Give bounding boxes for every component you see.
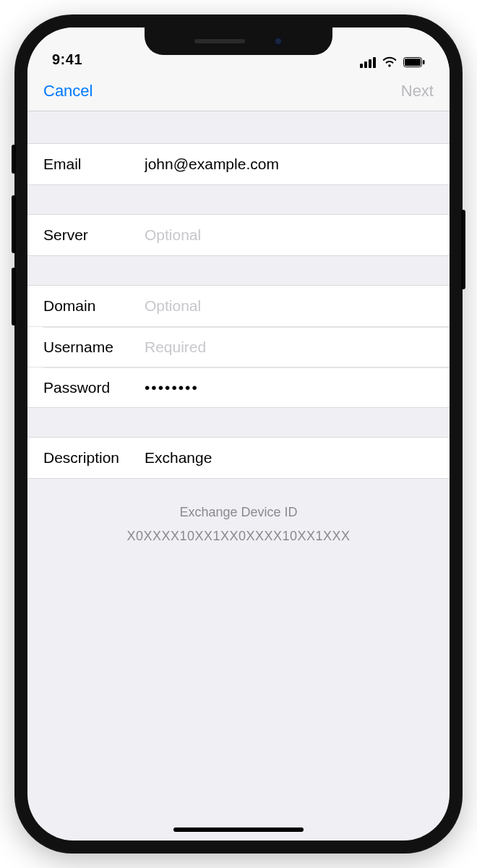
- server-field[interactable]: [145, 226, 434, 244]
- description-label: Description: [43, 449, 145, 467]
- section-gap: [27, 256, 450, 285]
- domain-row[interactable]: Domain: [27, 286, 450, 326]
- device-id-title: Exchange Device ID: [27, 505, 450, 520]
- mute-switch: [12, 145, 16, 174]
- cancel-button[interactable]: Cancel: [43, 82, 93, 101]
- password-field[interactable]: [145, 379, 434, 396]
- description-field[interactable]: [145, 449, 434, 467]
- svg-rect-2: [423, 60, 425, 64]
- section-gap: [27, 408, 450, 437]
- power-button: [461, 210, 465, 289]
- description-group: Description: [27, 437, 450, 479]
- device-id-value: X0XXXX10XX1XX0XXXX10XX1XXX: [27, 529, 450, 544]
- email-group: Email: [27, 143, 450, 185]
- domain-label: Domain: [43, 297, 145, 315]
- username-row[interactable]: Username: [27, 326, 450, 367]
- credentials-group: Domain Username Password: [27, 285, 450, 408]
- cellular-signal-icon: [360, 57, 376, 68]
- svg-rect-1: [405, 59, 421, 66]
- screen: 9:41 Cancel Next Email: [27, 27, 450, 841]
- device-id-info: Exchange Device ID X0XXXX10XX1XX0XXXX10X…: [27, 479, 450, 544]
- notch: [145, 27, 332, 55]
- section-gap: [27, 111, 450, 143]
- description-row[interactable]: Description: [27, 438, 450, 478]
- volume-up-button: [12, 195, 16, 253]
- email-row[interactable]: Email: [27, 144, 450, 184]
- email-field[interactable]: [145, 156, 434, 173]
- username-field[interactable]: [145, 339, 434, 356]
- front-camera: [274, 37, 283, 46]
- home-indicator[interactable]: [173, 827, 304, 832]
- volume-down-button: [12, 268, 16, 326]
- username-label: Username: [43, 339, 145, 356]
- domain-field[interactable]: [145, 297, 434, 315]
- form-content: Email Server Domain Username: [27, 111, 450, 544]
- battery-icon: [403, 57, 425, 67]
- password-label: Password: [43, 379, 145, 396]
- phone-frame: 9:41 Cancel Next Email: [14, 14, 463, 854]
- server-label: Server: [43, 226, 145, 244]
- next-button[interactable]: Next: [401, 82, 434, 101]
- email-label: Email: [43, 156, 145, 173]
- status-icons: [360, 56, 425, 68]
- password-row[interactable]: Password: [27, 367, 450, 407]
- wifi-icon: [382, 56, 398, 68]
- speaker-grille: [194, 39, 245, 43]
- nav-bar: Cancel Next: [27, 71, 450, 111]
- server-row[interactable]: Server: [27, 215, 450, 255]
- status-time: 9:41: [52, 51, 82, 68]
- server-group: Server: [27, 214, 450, 256]
- section-gap: [27, 185, 450, 214]
